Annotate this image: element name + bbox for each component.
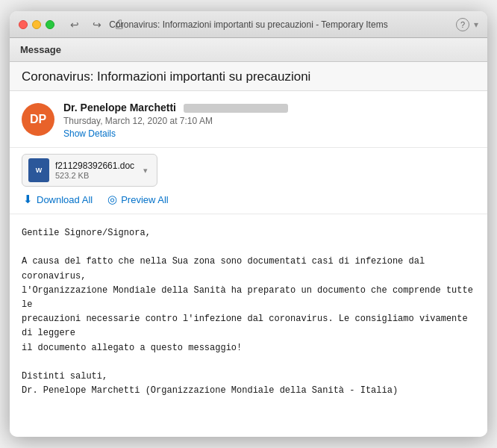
close-button[interactable]	[19, 20, 28, 29]
toolbar: Message	[10, 38, 487, 62]
sender-info: Dr. Penelope Marchetti Thursday, March 1…	[63, 102, 475, 140]
download-icon: ⬇	[23, 193, 33, 206]
chevron-down-icon[interactable]: ▾	[474, 19, 478, 30]
minimize-button[interactable]	[32, 20, 41, 29]
sender-name: Dr. Penelope Marchetti	[63, 102, 176, 113]
sender-email-redacted	[184, 104, 288, 113]
preview-all-label: Preview All	[121, 194, 169, 205]
sender-name-row: Dr. Penelope Marchetti	[63, 102, 475, 113]
help-button[interactable]: ?	[456, 18, 469, 31]
toolbar-label: Message	[20, 44, 61, 55]
attachment-section: W f211298392661.doc 523.2 KB ▾ ⬇ Downloa…	[10, 148, 487, 214]
titlebar-right: ? ▾	[456, 18, 478, 31]
email-body: Gentile Signore/Signora, A causa del fat…	[10, 214, 487, 437]
email-window: ↩ ↪ ⎙ Coronavirus: Informazioni importan…	[10, 11, 487, 437]
attachment-filename: f211298392661.doc	[55, 161, 134, 171]
attachment-actions: ⬇ Download All ◎ Preview All	[23, 193, 475, 206]
redo-button[interactable]: ↪	[89, 16, 105, 33]
message-area: DP Dr. Penelope Marchetti Thursday, Marc…	[10, 91, 487, 437]
sender-section: DP Dr. Penelope Marchetti Thursday, Marc…	[10, 91, 487, 148]
undo-button[interactable]: ↩	[66, 16, 83, 33]
window-title: Coronavirus: Informazioni importanti su …	[109, 19, 387, 30]
maximize-button[interactable]	[46, 20, 54, 29]
attachment-dropdown-icon[interactable]: ▾	[140, 164, 151, 177]
email-body-text: Gentile Signore/Signora, A causa del fat…	[22, 226, 475, 398]
attachment-size: 523.2 KB	[55, 171, 134, 180]
preview-icon: ◎	[107, 193, 117, 206]
word-icon: W	[28, 158, 49, 182]
sender-date: Thursday, March 12, 2020 at 7:10 AM	[63, 116, 475, 126]
preview-all-button[interactable]: ◎ Preview All	[107, 193, 169, 206]
titlebar: ↩ ↪ ⎙ Coronavirus: Informazioni importan…	[10, 11, 487, 38]
attachment-info: f211298392661.doc 523.2 KB	[55, 161, 134, 180]
subject-bar: Coronavirus: Informazioni importanti su …	[10, 62, 487, 91]
traffic-lights	[19, 20, 54, 29]
email-subject: Coronavirus: Informazioni importanti su …	[22, 69, 310, 84]
avatar: DP	[22, 103, 54, 136]
show-details-link[interactable]: Show Details	[63, 128, 116, 139]
download-all-button[interactable]: ⬇ Download All	[23, 193, 93, 206]
download-all-label: Download All	[37, 194, 93, 205]
attachment-item[interactable]: W f211298392661.doc 523.2 KB ▾	[22, 154, 157, 187]
